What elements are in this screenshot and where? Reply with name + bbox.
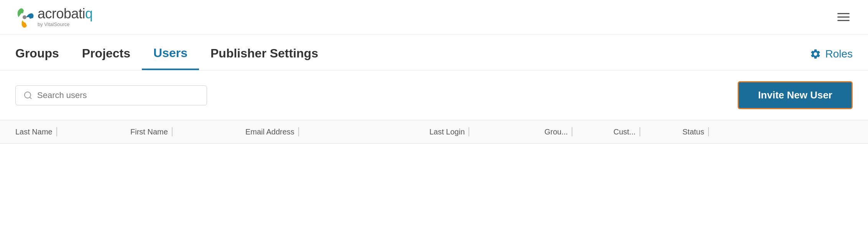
roles-label: Roles [825,48,853,60]
col-header-status: Status [682,127,759,136]
tabs-list: Groups Projects Users Publisher Settings [15,46,330,70]
col-status-label: Status [682,128,704,136]
logo-q: q [85,6,93,21]
col-divider-1 [56,127,57,136]
col-header-cust: Cust... [613,127,682,136]
invite-new-user-button[interactable]: Invite New User [738,81,853,109]
logo-text: acrobatiq by VitalSource [38,7,93,27]
logo-brand-name: acrobatiq [38,7,93,21]
tab-navigation: Groups Projects Users Publisher Settings… [0,34,868,70]
search-icon [23,91,33,100]
action-bar: Invite New User [0,70,868,120]
col-divider-2 [172,127,173,136]
col-divider-5 [572,127,572,136]
logo-subtitle: by VitalSource [38,21,93,27]
col-last-name-label: Last Name [15,128,53,136]
gear-icon [810,48,821,60]
tab-users[interactable]: Users [142,46,199,70]
logo-icon [15,6,35,29]
svg-line-2 [30,97,31,98]
col-group-label: Grou... [544,128,568,136]
col-divider-4 [469,127,469,136]
logo: acrobatiq by VitalSource [15,6,93,29]
col-divider-3 [298,127,299,136]
col-divider-6 [639,127,640,136]
col-email-label: Email Address [245,128,294,136]
logo-acrobati: acrobati [38,6,85,21]
col-divider-7 [708,127,709,136]
col-header-last-login: Last Login [429,127,544,136]
svg-point-1 [25,92,31,98]
navbar: acrobatiq by VitalSource [0,0,868,34]
col-last-login-label: Last Login [429,128,465,136]
col-header-last-name: Last Name [15,127,130,136]
hamburger-menu-button[interactable] [834,10,853,24]
search-input[interactable] [37,90,199,100]
tab-projects[interactable]: Projects [71,46,142,70]
col-header-email: Email Address [245,127,429,136]
hamburger-line-1 [837,13,850,14]
search-container [15,85,207,105]
col-header-group: Grou... [544,127,613,136]
hamburger-line-3 [837,20,850,21]
table-header: Last Name First Name Email Address Last … [0,120,868,144]
tab-groups[interactable]: Groups [15,46,71,70]
col-cust-label: Cust... [613,128,636,136]
col-first-name-label: First Name [130,128,168,136]
svg-point-0 [23,15,26,19]
col-header-first-name: First Name [130,127,245,136]
tab-publisher-settings[interactable]: Publisher Settings [199,46,330,70]
hamburger-line-2 [837,16,850,18]
roles-link[interactable]: Roles [810,48,853,69]
